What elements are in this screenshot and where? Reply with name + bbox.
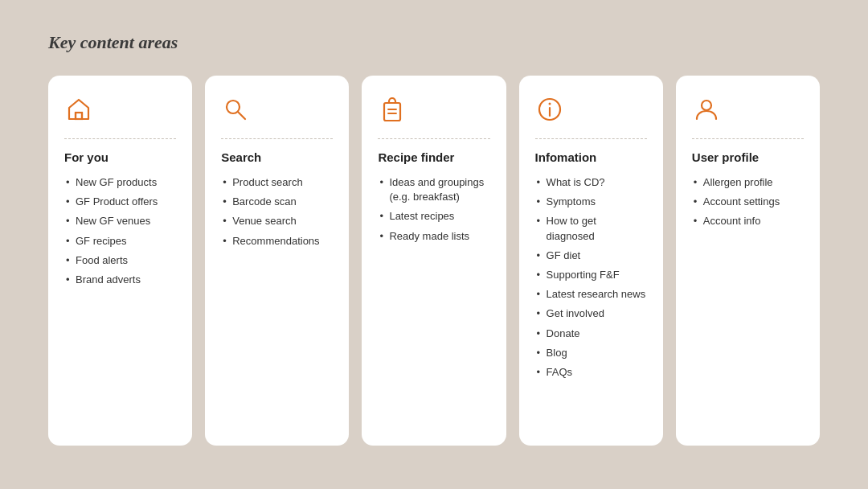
card-title-recipe-finder: Recipe finder <box>378 150 454 164</box>
list-item: How to get diagnosed <box>535 214 647 243</box>
list-item: Blog <box>535 346 647 360</box>
list-item: Food alerts <box>64 253 158 268</box>
list-item: Ideas and groupings (e.g. breakfast) <box>378 175 489 204</box>
card-for-you: For you New GF products GF Product offer… <box>48 76 192 446</box>
card-divider <box>221 138 333 139</box>
svg-line-2 <box>238 112 245 119</box>
card-list-search: Product search Barcode scan Venue search… <box>221 175 319 253</box>
list-item: New GF products <box>64 175 158 190</box>
card-list-for-you: New GF products GF Product offers New GF… <box>64 175 158 292</box>
svg-rect-3 <box>384 103 400 121</box>
list-item: Ready made lists <box>378 229 489 244</box>
list-item: GF diet <box>535 249 647 263</box>
list-item: Venue search <box>221 214 319 228</box>
card-search: Search Product search Barcode scan Venue… <box>205 76 349 446</box>
card-title-user-profile: User profile <box>692 150 759 164</box>
list-item: Account settings <box>692 195 780 209</box>
card-divider <box>535 138 647 139</box>
card-divider <box>378 138 489 139</box>
card-recipe-finder: Recipe finder Ideas and groupings (e.g. … <box>362 76 506 446</box>
card-title-search: Search <box>221 150 261 164</box>
list-item: Get involved <box>535 306 647 321</box>
list-item: Brand adverts <box>64 273 158 287</box>
list-item: GF recipes <box>64 234 158 249</box>
card-user-profile: User profile Allergen profile Account se… <box>676 76 820 446</box>
card-divider <box>692 138 804 139</box>
list-item: Product search <box>221 175 319 190</box>
svg-rect-0 <box>76 113 82 119</box>
card-information: Infomation What is CD? Symptoms How to g… <box>519 76 663 446</box>
list-item: What is CD? <box>535 175 647 190</box>
card-list-recipe-finder: Ideas and groupings (e.g. breakfast) Lat… <box>378 175 489 249</box>
cards-container: For you New GF products GF Product offer… <box>48 76 820 446</box>
card-list-information: What is CD? Symptoms How to get diagnose… <box>535 175 647 384</box>
list-item: GF Product offers <box>64 195 158 209</box>
list-item: Account info <box>692 214 780 228</box>
card-divider <box>64 138 176 139</box>
home-icon <box>64 95 93 127</box>
user-icon <box>692 95 721 127</box>
svg-point-8 <box>548 103 551 105</box>
info-icon <box>535 95 564 127</box>
list-item: Barcode scan <box>221 195 319 209</box>
page-title: Key content areas <box>48 32 178 53</box>
card-title-information: Infomation <box>535 150 597 164</box>
clipboard-icon <box>378 95 407 127</box>
card-list-user-profile: Allergen profile Account settings Accoun… <box>692 175 780 234</box>
card-title-for-you: For you <box>64 150 108 164</box>
list-item: New GF venues <box>64 214 158 228</box>
list-item: Donate <box>535 327 647 341</box>
list-item: Symptoms <box>535 195 647 209</box>
list-item: FAQs <box>535 365 647 380</box>
list-item: Allergen profile <box>692 175 780 190</box>
svg-point-9 <box>702 101 711 110</box>
search-icon <box>221 95 250 127</box>
list-item: Latest research news <box>535 287 647 302</box>
list-item: Recommendations <box>221 234 319 249</box>
list-item: Latest recipes <box>378 209 489 224</box>
list-item: Supporting F&F <box>535 268 647 282</box>
